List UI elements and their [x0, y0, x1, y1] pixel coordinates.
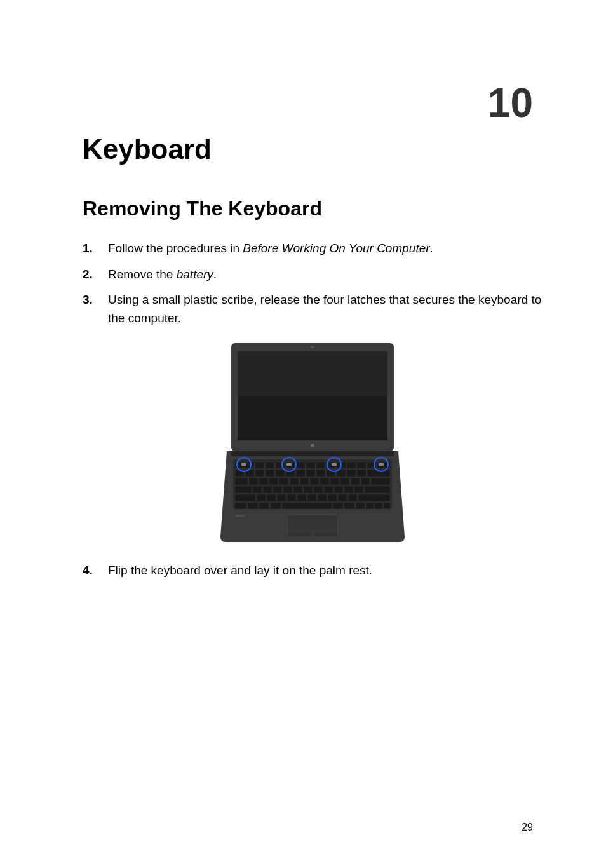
step-link[interactable]: battery — [177, 268, 213, 281]
svg-rect-91 — [241, 463, 246, 466]
svg-rect-30 — [316, 470, 325, 477]
steps-list: 1. Follow the procedures in Before Worki… — [83, 240, 542, 327]
svg-rect-53 — [273, 486, 282, 493]
chapter-number: 10 — [488, 79, 533, 126]
svg-rect-79 — [282, 503, 332, 509]
svg-rect-80 — [333, 503, 343, 509]
svg-rect-64 — [257, 494, 266, 501]
svg-rect-46 — [340, 478, 349, 485]
step-number: 3. — [83, 291, 108, 327]
svg-rect-29 — [306, 470, 315, 477]
svg-rect-36 — [235, 478, 248, 485]
step-prefix: Flip the keyboard over and lay it on the… — [108, 564, 372, 577]
step-number: 4. — [83, 562, 108, 580]
svg-rect-82 — [356, 503, 365, 509]
step-link[interactable]: Before Working On Your Computer — [243, 241, 429, 255]
svg-rect-62 — [365, 486, 390, 493]
section-heading: Removing The Keyboard — [83, 197, 542, 220]
svg-rect-3 — [238, 351, 387, 396]
svg-rect-39 — [269, 478, 278, 485]
step-number: 2. — [83, 266, 108, 284]
svg-text:vostro: vostro — [235, 513, 246, 517]
svg-rect-69 — [307, 494, 316, 501]
step-text: Remove the battery. — [108, 266, 542, 284]
step-item: 1. Follow the procedures in Before Worki… — [83, 240, 542, 258]
svg-rect-41 — [290, 478, 299, 485]
step-suffix: . — [430, 241, 433, 255]
svg-rect-83 — [366, 503, 374, 509]
svg-rect-60 — [344, 486, 353, 493]
svg-rect-37 — [249, 478, 258, 485]
svg-rect-15 — [316, 462, 325, 468]
step-item: 2. Remove the battery. — [83, 266, 542, 284]
laptop-diagram: vostro — [217, 340, 408, 543]
svg-rect-57 — [314, 486, 323, 493]
svg-rect-19 — [357, 462, 366, 468]
svg-rect-55 — [293, 486, 302, 493]
svg-rect-78 — [271, 503, 281, 509]
svg-rect-33 — [347, 470, 356, 477]
svg-rect-54 — [283, 486, 292, 493]
svg-rect-50 — [235, 486, 252, 493]
step-item: 3. Using a small plastic scribe, release… — [83, 291, 542, 327]
svg-rect-24 — [255, 470, 264, 477]
step-item: 4. Flip the keyboard over and lay it on … — [83, 562, 542, 580]
svg-rect-65 — [267, 494, 276, 501]
svg-rect-18 — [347, 462, 356, 468]
svg-point-4 — [311, 444, 314, 447]
step-text: Using a small plastic scribe, release th… — [108, 291, 542, 327]
svg-rect-49 — [371, 478, 390, 485]
svg-rect-38 — [259, 478, 268, 485]
svg-rect-28 — [296, 470, 305, 477]
step-prefix: Remove the — [108, 268, 177, 281]
step-prefix: Follow the procedures in — [108, 241, 243, 255]
svg-rect-42 — [300, 478, 309, 485]
svg-rect-13 — [296, 462, 305, 468]
svg-rect-73 — [348, 494, 357, 501]
svg-rect-81 — [344, 503, 354, 509]
svg-rect-93 — [286, 463, 292, 466]
svg-rect-85 — [384, 503, 390, 509]
svg-rect-70 — [318, 494, 327, 501]
svg-rect-72 — [338, 494, 347, 501]
svg-rect-51 — [253, 486, 262, 493]
svg-rect-68 — [297, 494, 306, 501]
svg-rect-48 — [361, 478, 370, 485]
svg-rect-63 — [235, 494, 255, 501]
svg-rect-26 — [276, 470, 285, 477]
svg-rect-84 — [375, 503, 382, 509]
svg-rect-67 — [287, 494, 296, 501]
step-prefix: Using a small plastic scribe, release th… — [108, 293, 541, 325]
step-text: Follow the procedures in Before Working … — [108, 240, 542, 258]
svg-rect-5 — [231, 451, 394, 456]
svg-rect-95 — [332, 463, 337, 466]
figure-container: vostro — [83, 340, 542, 546]
svg-rect-58 — [324, 486, 333, 493]
svg-rect-66 — [277, 494, 286, 501]
step-text: Flip the keyboard over and lay it on the… — [108, 562, 542, 580]
svg-rect-34 — [357, 470, 366, 477]
svg-rect-56 — [304, 486, 313, 493]
svg-rect-77 — [259, 503, 269, 509]
svg-rect-2 — [311, 346, 314, 348]
svg-rect-10 — [266, 462, 274, 468]
step-number: 1. — [83, 240, 108, 258]
svg-rect-9 — [255, 462, 264, 468]
svg-rect-76 — [248, 503, 258, 509]
step-suffix: . — [213, 268, 217, 281]
svg-rect-47 — [351, 478, 360, 485]
svg-rect-45 — [330, 478, 339, 485]
svg-rect-61 — [354, 486, 363, 493]
svg-rect-97 — [379, 463, 384, 466]
svg-rect-44 — [320, 478, 329, 485]
svg-rect-71 — [328, 494, 337, 501]
svg-rect-75 — [235, 503, 246, 509]
steps-list-continued: 4. Flip the keyboard over and lay it on … — [83, 562, 542, 580]
svg-rect-14 — [306, 462, 315, 468]
svg-rect-40 — [279, 478, 288, 485]
svg-rect-74 — [358, 494, 390, 501]
svg-rect-25 — [266, 470, 274, 477]
svg-rect-52 — [263, 486, 272, 493]
chapter-title: Keyboard — [83, 133, 542, 165]
page-number: 29 — [522, 822, 533, 833]
